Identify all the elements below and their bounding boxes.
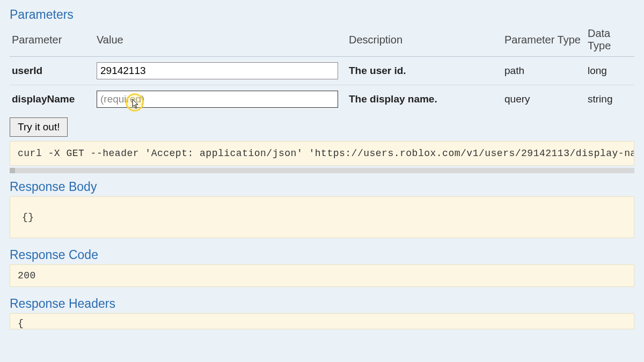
table-row: displayName The display name. query stri… [10,85,634,114]
param-description: The user id. [347,57,502,85]
param-name: userId [10,57,94,85]
response-headers-block: { [10,313,634,329]
param-name: displayName [10,85,94,114]
param-type: path [502,57,586,85]
table-row: userId The user id. path long [10,57,634,85]
response-body-block: {} [10,196,634,238]
param-type: query [502,85,586,114]
param-datatype: long [586,57,634,85]
response-headers-heading: Response Headers [10,297,634,311]
col-header-data-type: Data Type [586,24,634,57]
col-header-parameter-type: Parameter Type [502,24,586,57]
col-header-description: Description [347,24,502,57]
param-datatype: string [586,85,634,114]
col-header-value: Value [94,24,347,57]
curl-command-block: curl -X GET --header 'Accept: applicatio… [10,141,634,166]
response-body-heading: Response Body [10,180,634,194]
displayname-input[interactable] [97,91,338,108]
scrollbar-thumb[interactable] [10,168,15,173]
response-code-block: 200 [10,264,634,287]
parameters-heading: Parameters [10,8,634,22]
response-code-heading: Response Code [10,248,634,262]
parameters-table: Parameter Value Description Parameter Ty… [10,24,634,113]
param-description: The display name. [347,85,502,114]
col-header-parameter: Parameter [10,24,94,57]
userid-input[interactable] [97,62,338,79]
try-it-out-button[interactable]: Try it out! [10,117,68,137]
horizontal-scrollbar[interactable] [10,168,634,173]
